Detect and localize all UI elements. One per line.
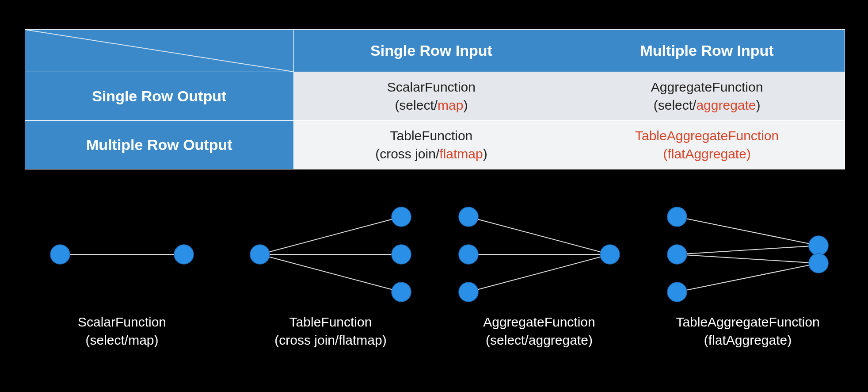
- svg-line-0: [25, 30, 293, 72]
- svg-point-23: [667, 245, 687, 264]
- svg-point-2: [50, 245, 70, 264]
- svg-point-10: [392, 282, 411, 302]
- svg-point-8: [392, 207, 411, 227]
- svg-point-14: [459, 207, 478, 227]
- diagram-row: ScalarFunction (select/map) TableFunctio…: [25, 204, 845, 349]
- svg-point-24: [667, 282, 687, 302]
- svg-line-20: [677, 254, 819, 263]
- col-header-single-input: Single Row Input: [293, 30, 569, 72]
- svg-line-13: [468, 254, 610, 292]
- svg-point-25: [809, 236, 828, 255]
- diagram-caption: TableAggregateFunction (flatAggregate): [676, 313, 819, 349]
- diagram-scalar-function: ScalarFunction (select/map): [25, 204, 219, 349]
- function-matrix-table: Single Row Input Multiple Row Input Sing…: [25, 29, 845, 169]
- diagram-caption: TableFunction (cross join/flatmap): [274, 313, 386, 349]
- diagram-caption: AggregateFunction (select/aggregate): [483, 313, 595, 349]
- svg-line-18: [677, 217, 819, 246]
- svg-point-22: [667, 207, 687, 227]
- col-header-multiple-input: Multiple Row Input: [569, 30, 845, 72]
- svg-point-15: [459, 245, 478, 264]
- svg-line-11: [468, 217, 610, 254]
- svg-line-21: [677, 263, 819, 292]
- cell-aggregate-function: AggregateFunction (select/aggregate): [569, 72, 845, 121]
- svg-point-16: [459, 282, 478, 302]
- svg-point-17: [600, 245, 620, 264]
- svg-point-3: [174, 245, 194, 264]
- row-header-multiple-output: Multiple Row Output: [25, 121, 294, 169]
- diagram-caption: ScalarFunction (select/map): [78, 313, 166, 349]
- diagram-table-function: TableFunction (cross join/flatmap): [233, 204, 428, 349]
- svg-line-6: [260, 254, 401, 292]
- corner-cell: [25, 30, 294, 72]
- svg-line-19: [677, 246, 819, 254]
- cell-table-aggregate-function: TableAggregateFunction (flatAggregate): [569, 121, 845, 169]
- svg-point-7: [250, 245, 270, 264]
- cell-table-function: TableFunction (cross join/flatmap): [293, 121, 569, 169]
- diagram-aggregate-function: AggregateFunction (select/aggregate): [442, 204, 636, 349]
- row-header-single-output: Single Row Output: [25, 72, 294, 121]
- diagram-table-aggregate-function: TableAggregateFunction (flatAggregate): [651, 204, 845, 349]
- svg-point-26: [809, 254, 828, 273]
- svg-point-9: [392, 245, 411, 264]
- svg-line-4: [260, 217, 401, 254]
- cell-scalar-function: ScalarFunction (select/map): [293, 72, 569, 121]
